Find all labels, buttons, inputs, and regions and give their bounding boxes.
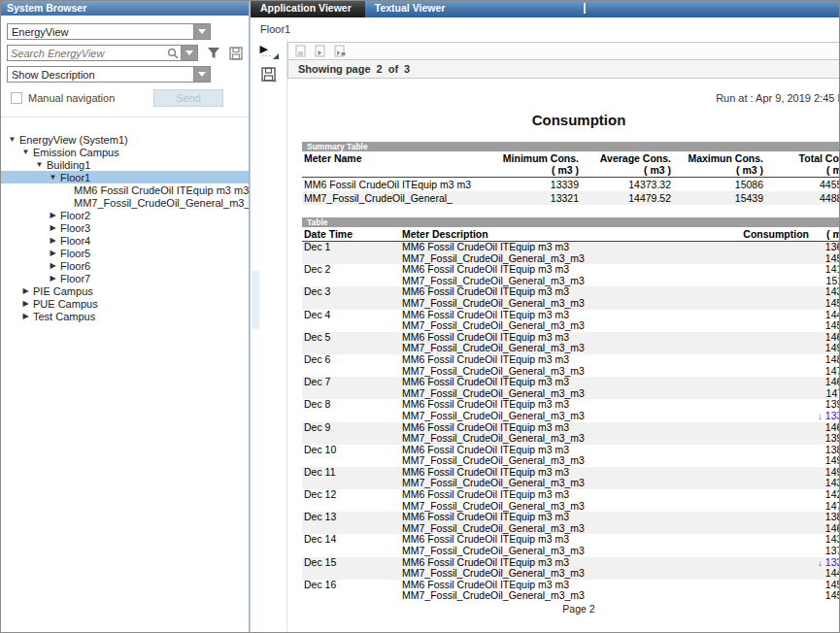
system-tree: ▼EnergyView (System1)▼Emission Campus▼Bu…	[1, 117, 249, 632]
viewer-panel: Application Viewer Textual Viewer Floor1…	[251, 1, 840, 632]
tree-item[interactable]: ▶Floor6	[1, 259, 249, 272]
paging-status-total: 3	[404, 63, 410, 75]
tab-separator	[584, 3, 586, 14]
detail-consumption-value: 14409	[628, 310, 840, 321]
tree-expanded-icon[interactable]: ▼	[34, 160, 45, 169]
page-nav-last-icon[interactable]	[334, 45, 347, 57]
tree-item[interactable]: ▶PUE Campus	[1, 297, 249, 310]
detail-consumption-value: 13802	[628, 445, 840, 456]
tree-collapsed-icon[interactable]: ▶	[48, 236, 58, 245]
tree-collapsed-icon[interactable]: ▶	[48, 274, 58, 283]
detail-consumption-value: 14895	[628, 354, 840, 366]
search-box[interactable]	[7, 45, 198, 61]
tree-item[interactable]: MM7_Fossil_CrudeOil_General_m3_m3	[1, 196, 249, 209]
manual-navigation-checkbox[interactable]	[11, 92, 22, 104]
detail-date-block: Dec 1MM6 Fossil CrudeOil ITEquip m3 m313…	[302, 242, 840, 264]
summary-cell-min: 13339	[487, 179, 579, 190]
send-button[interactable]: Send	[153, 89, 223, 107]
chevron-down-icon[interactable]	[193, 24, 210, 39]
run-report-icon[interactable]: ▶···	[259, 43, 279, 60]
tree-item[interactable]: ▼Floor1	[1, 171, 249, 183]
tab-textual-viewer[interactable]: Textual Viewer	[365, 1, 472, 17]
detail-consumption-value: 14711	[628, 388, 840, 400]
detail-date: Dec 8	[302, 399, 402, 411]
report-toolbar	[287, 42, 840, 60]
summary-row: MM6 Fossil CrudeOil ITEquip m3 m31333914…	[302, 178, 840, 191]
tree-item-label: PIE Campus	[31, 285, 93, 297]
col-meter-name: Meter Name	[302, 152, 487, 176]
tree-expanded-icon[interactable]: ▼	[20, 148, 31, 156]
detail-date-block: Dec 10MM6 Fossil CrudeOil ITEquip m3 m31…	[302, 445, 840, 467]
detail-consumption-value: 14675	[628, 377, 840, 388]
search-options-chevron-icon[interactable]	[181, 46, 197, 60]
tree-item-label: Test Campus	[31, 311, 95, 322]
detail-consumption-value: 14519	[628, 590, 840, 602]
detail-date-block: Dec 9MM6 Fossil CrudeOil ITEquip m3 m314…	[302, 422, 840, 445]
col-avg-cons: Average Cons.( m3 )	[579, 152, 671, 176]
detail-meter-description: MM7_Fossil_CrudeOil_General_m3_m3	[402, 411, 628, 422]
app-window: System Browser EnergyView	[0, 0, 840, 633]
tree-item[interactable]: ▶Floor4	[1, 234, 249, 247]
col-consumption-unit: ( m3 )	[809, 228, 840, 240]
tree-expanded-icon[interactable]: ▼	[48, 173, 58, 182]
filter-icon[interactable]	[207, 47, 220, 59]
detail-date: Dec 13	[302, 512, 402, 523]
panel-splitter[interactable]	[250, 1, 251, 632]
description-selector-dropdown[interactable]: Show Description	[7, 66, 211, 83]
tree-item[interactable]: MM6 Fossil CrudeOil ITEquip m3 m3	[1, 183, 249, 196]
tree-collapsed-icon[interactable]: ▶	[20, 312, 31, 320]
detail-meter-description: MM7_Fossil_CrudeOil_General_m3_m3	[402, 433, 628, 445]
tree-item[interactable]: ▶Floor7	[1, 272, 249, 284]
tree-collapsed-icon[interactable]: ▶	[20, 299, 31, 308]
detail-date-block: Dec 7MM6 Fossil CrudeOil ITEquip m3 m314…	[302, 377, 840, 399]
tree-item[interactable]: ▶Floor2	[1, 209, 249, 221]
detail-date	[302, 411, 402, 422]
tree-item[interactable]: ▶Floor5	[1, 247, 249, 259]
detail-date-block: Dec 12MM6 Fossil CrudeOil ITEquip m3 m31…	[302, 489, 840, 512]
detail-consumption-value: ↓13339	[628, 557, 840, 569]
view-selector-dropdown[interactable]: EnergyView	[7, 23, 211, 40]
tree-item[interactable]: ▶PIE Campus	[1, 284, 249, 297]
tree-item[interactable]: ▼Emission Campus	[1, 146, 249, 158]
tree-item-label: PUE Campus	[31, 298, 98, 310]
detail-line: MM7_Fossil_CrudeOil_General_m3_m314521	[302, 253, 840, 265]
tree-collapsed-icon[interactable]: ▶	[48, 249, 58, 257]
paging-status-of: of	[388, 63, 398, 75]
detail-date: Dec 7	[302, 377, 402, 388]
detail-date: Dec 11	[302, 467, 402, 479]
manual-navigation-label: Manual navigation	[28, 92, 153, 104]
minimum-value-arrow-icon: ↓	[818, 558, 823, 568]
tree-collapsed-icon[interactable]: ▶	[48, 211, 58, 219]
tree-collapsed-icon[interactable]: ▶	[48, 261, 58, 270]
detail-line: MM7_Fossil_CrudeOil_General_m3_m314990	[302, 343, 840, 354]
summary-cell-total: 445573	[763, 179, 840, 190]
tree-item[interactable]: ▼Building1	[1, 158, 249, 171]
splitter-handle[interactable]	[252, 271, 259, 329]
tree-item[interactable]: ▶Floor3	[1, 221, 249, 234]
summary-cell-min: 13321	[487, 192, 579, 204]
detail-line: MM7_Fossil_CrudeOil_General_m3_m314711	[302, 388, 840, 400]
detail-date: Dec 2	[302, 264, 402, 276]
save-report-icon[interactable]	[261, 67, 277, 83]
detail-line: MM7_Fossil_CrudeOil_General_m3_m3↓13321	[302, 411, 840, 422]
summary-table-body: MM6 Fossil CrudeOil ITEquip m3 m31333914…	[302, 178, 840, 205]
tree-collapsed-icon[interactable]: ▶	[48, 223, 58, 232]
detail-line: MM7_Fossil_CrudeOil_General_m3_m314328	[302, 478, 840, 489]
save-filter-icon[interactable]	[229, 47, 243, 60]
report-title: Consumption	[302, 112, 840, 128]
chevron-down-icon[interactable]	[193, 67, 210, 82]
detail-date	[302, 590, 402, 602]
tree-item[interactable]: ▼EnergyView (System1)	[1, 133, 249, 146]
detail-date-block: Dec 8MM6 Fossil CrudeOil ITEquip m3 m313…	[302, 399, 840, 421]
page-nav-first-icon[interactable]	[295, 45, 306, 57]
search-input[interactable]	[8, 46, 167, 60]
tree-item-label: Floor4	[58, 235, 90, 247]
tree-expanded-icon[interactable]: ▼	[7, 135, 17, 144]
tree-collapsed-icon[interactable]: ▶	[20, 286, 31, 295]
detail-consumption-value: 13886	[628, 512, 840, 523]
tree-item[interactable]: ▶Test Campus	[1, 310, 249, 322]
detail-meter-description: MM6 Fossil CrudeOil ITEquip m3 m3	[402, 489, 628, 501]
page-nav-next-icon[interactable]	[315, 45, 325, 57]
tab-application-viewer[interactable]: Application Viewer	[251, 1, 365, 17]
paging-status-prefix: Showing page	[298, 63, 371, 75]
